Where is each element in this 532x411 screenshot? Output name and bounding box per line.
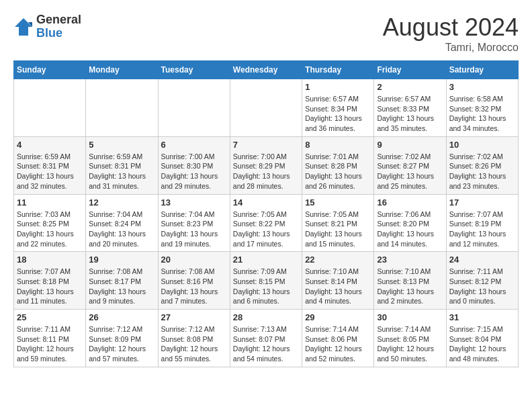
header-row: SundayMondayTuesdayWednesdayThursdayFrid… (14, 61, 519, 79)
logo-text: General Blue (36, 13, 81, 40)
day-info: Sunrise: 6:58 AM Sunset: 8:32 PM Dayligh… (449, 94, 515, 134)
day-cell: 2Sunrise: 6:57 AM Sunset: 8:33 PM Daylig… (374, 79, 446, 137)
day-number: 7 (233, 140, 299, 150)
day-info: Sunrise: 7:02 AM Sunset: 8:26 PM Dayligh… (449, 152, 515, 191)
day-info: Sunrise: 7:04 AM Sunset: 8:24 PM Dayligh… (89, 210, 154, 249)
day-number: 29 (305, 312, 371, 322)
day-number: 26 (89, 312, 154, 322)
day-cell: 18Sunrise: 7:07 AM Sunset: 8:18 PM Dayli… (14, 252, 86, 310)
day-info: Sunrise: 7:14 AM Sunset: 8:05 PM Dayligh… (377, 324, 443, 364)
week-row-5: 25Sunrise: 7:11 AM Sunset: 8:11 PM Dayli… (14, 310, 519, 367)
day-info: Sunrise: 6:57 AM Sunset: 8:33 PM Dayligh… (377, 94, 443, 134)
day-cell: 11Sunrise: 7:03 AM Sunset: 8:25 PM Dayli… (14, 194, 86, 252)
day-info: Sunrise: 7:11 AM Sunset: 8:11 PM Dayligh… (17, 324, 83, 364)
week-row-4: 18Sunrise: 7:07 AM Sunset: 8:18 PM Dayli… (14, 252, 519, 310)
day-number: 3 (449, 82, 515, 92)
day-info: Sunrise: 7:07 AM Sunset: 8:18 PM Dayligh… (17, 267, 83, 306)
day-cell: 23Sunrise: 7:10 AM Sunset: 8:13 PM Dayli… (374, 252, 446, 310)
header-day-saturday: Saturday (446, 61, 518, 79)
day-number: 8 (305, 140, 371, 150)
logo-icon (13, 17, 34, 37)
day-cell: 24Sunrise: 7:11 AM Sunset: 8:12 PM Dayli… (446, 252, 518, 310)
day-info: Sunrise: 6:59 AM Sunset: 8:31 PM Dayligh… (17, 152, 83, 191)
day-info: Sunrise: 7:08 AM Sunset: 8:16 PM Dayligh… (161, 267, 227, 306)
day-cell (158, 79, 230, 137)
day-info: Sunrise: 7:06 AM Sunset: 8:20 PM Dayligh… (377, 210, 443, 249)
day-info: Sunrise: 6:59 AM Sunset: 8:31 PM Dayligh… (89, 152, 154, 191)
day-info: Sunrise: 7:14 AM Sunset: 8:06 PM Dayligh… (305, 324, 371, 364)
day-info: Sunrise: 7:12 AM Sunset: 8:08 PM Dayligh… (161, 324, 227, 364)
day-number: 27 (161, 312, 227, 322)
day-cell: 10Sunrise: 7:02 AM Sunset: 8:26 PM Dayli… (446, 136, 518, 194)
day-number: 24 (449, 255, 515, 265)
day-number: 11 (17, 197, 83, 208)
day-number: 25 (17, 312, 83, 322)
header-day-wednesday: Wednesday (230, 61, 302, 79)
day-number: 31 (449, 312, 515, 322)
day-cell: 17Sunrise: 7:07 AM Sunset: 8:19 PM Dayli… (446, 194, 518, 252)
day-cell: 25Sunrise: 7:11 AM Sunset: 8:11 PM Dayli… (14, 310, 86, 367)
header-day-sunday: Sunday (14, 61, 86, 79)
day-number: 18 (17, 255, 83, 265)
day-cell: 1Sunrise: 6:57 AM Sunset: 8:34 PM Daylig… (302, 79, 374, 137)
day-number: 17 (449, 197, 515, 208)
day-info: Sunrise: 7:01 AM Sunset: 8:28 PM Dayligh… (305, 152, 371, 191)
day-number: 4 (17, 140, 83, 150)
day-info: Sunrise: 7:04 AM Sunset: 8:23 PM Dayligh… (161, 210, 227, 249)
logo-general-text: General (36, 13, 81, 27)
day-cell (230, 79, 302, 137)
day-cell: 15Sunrise: 7:05 AM Sunset: 8:21 PM Dayli… (302, 194, 374, 252)
day-cell: 13Sunrise: 7:04 AM Sunset: 8:23 PM Dayli… (158, 194, 230, 252)
day-info: Sunrise: 7:05 AM Sunset: 8:22 PM Dayligh… (233, 210, 299, 249)
day-number: 21 (233, 255, 299, 265)
day-info: Sunrise: 7:07 AM Sunset: 8:19 PM Dayligh… (449, 210, 515, 249)
day-number: 28 (233, 312, 299, 322)
day-cell: 14Sunrise: 7:05 AM Sunset: 8:22 PM Dayli… (230, 194, 302, 252)
day-number: 2 (377, 82, 443, 92)
location-title: Tamri, Morocco (383, 42, 519, 54)
day-info: Sunrise: 7:00 AM Sunset: 8:30 PM Dayligh… (161, 152, 227, 191)
calendar-body: 1Sunrise: 6:57 AM Sunset: 8:34 PM Daylig… (14, 79, 519, 367)
day-info: Sunrise: 7:10 AM Sunset: 8:13 PM Dayligh… (377, 267, 443, 306)
day-info: Sunrise: 7:10 AM Sunset: 8:14 PM Dayligh… (305, 267, 371, 306)
day-number: 9 (377, 140, 443, 150)
day-number: 5 (89, 140, 154, 150)
day-number: 13 (161, 197, 227, 208)
day-number: 10 (449, 140, 515, 150)
header-day-tuesday: Tuesday (158, 61, 230, 79)
day-cell: 9Sunrise: 7:02 AM Sunset: 8:27 PM Daylig… (374, 136, 446, 194)
day-cell: 3Sunrise: 6:58 AM Sunset: 8:32 PM Daylig… (446, 79, 518, 137)
day-info: Sunrise: 7:12 AM Sunset: 8:09 PM Dayligh… (89, 324, 154, 364)
month-year-title: August 2024 (383, 13, 519, 42)
page-header: General Blue August 2024 Tamri, Morocco (13, 13, 519, 54)
day-number: 6 (161, 140, 227, 150)
day-info: Sunrise: 7:15 AM Sunset: 8:04 PM Dayligh… (449, 324, 515, 364)
header-day-monday: Monday (86, 61, 158, 79)
day-info: Sunrise: 7:09 AM Sunset: 8:15 PM Dayligh… (233, 267, 299, 306)
day-cell (86, 79, 158, 137)
header-day-thursday: Thursday (302, 61, 374, 79)
logo-blue-text: Blue (36, 27, 81, 40)
day-cell (14, 79, 86, 137)
day-number: 14 (233, 197, 299, 208)
day-cell: 20Sunrise: 7:08 AM Sunset: 8:16 PM Dayli… (158, 252, 230, 310)
day-number: 12 (89, 197, 154, 208)
day-info: Sunrise: 7:02 AM Sunset: 8:27 PM Dayligh… (377, 152, 443, 191)
day-info: Sunrise: 6:57 AM Sunset: 8:34 PM Dayligh… (305, 94, 371, 134)
day-cell: 6Sunrise: 7:00 AM Sunset: 8:30 PM Daylig… (158, 136, 230, 194)
day-info: Sunrise: 7:13 AM Sunset: 8:07 PM Dayligh… (233, 324, 299, 364)
day-cell: 28Sunrise: 7:13 AM Sunset: 8:07 PM Dayli… (230, 310, 302, 367)
day-info: Sunrise: 7:03 AM Sunset: 8:25 PM Dayligh… (17, 210, 83, 249)
day-number: 20 (161, 255, 227, 265)
day-cell: 27Sunrise: 7:12 AM Sunset: 8:08 PM Dayli… (158, 310, 230, 367)
day-number: 1 (305, 82, 371, 92)
day-number: 16 (377, 197, 443, 208)
day-number: 15 (305, 197, 371, 208)
day-cell: 12Sunrise: 7:04 AM Sunset: 8:24 PM Dayli… (86, 194, 158, 252)
day-cell: 22Sunrise: 7:10 AM Sunset: 8:14 PM Dayli… (302, 252, 374, 310)
week-row-3: 11Sunrise: 7:03 AM Sunset: 8:25 PM Dayli… (14, 194, 519, 252)
calendar-header: SundayMondayTuesdayWednesdayThursdayFrid… (14, 61, 519, 79)
week-row-2: 4Sunrise: 6:59 AM Sunset: 8:31 PM Daylig… (14, 136, 519, 194)
day-cell: 30Sunrise: 7:14 AM Sunset: 8:05 PM Dayli… (374, 310, 446, 367)
day-cell: 31Sunrise: 7:15 AM Sunset: 8:04 PM Dayli… (446, 310, 518, 367)
